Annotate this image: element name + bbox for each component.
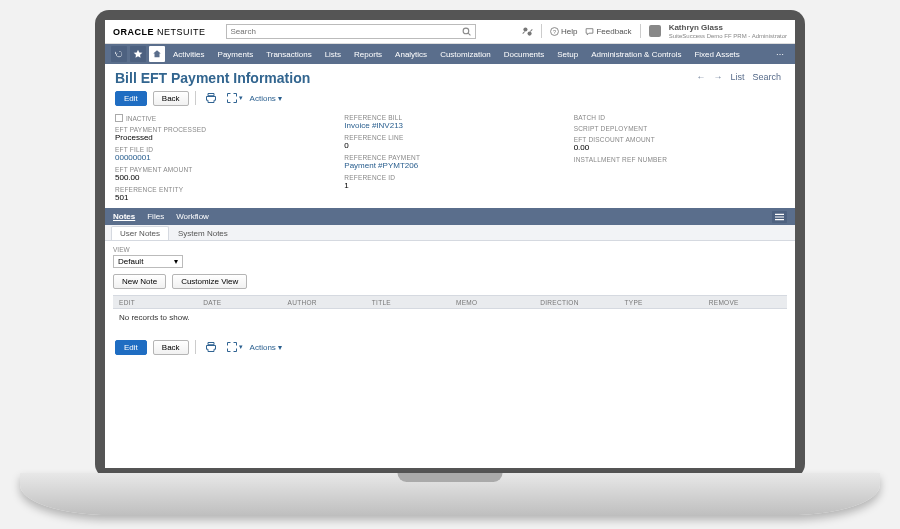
field-link[interactable]: Invoice #INV213	[344, 121, 555, 130]
field-label: EFT PAYMENT PROCESSED	[115, 126, 326, 133]
tab-files[interactable]: Files	[147, 212, 164, 221]
field-value: Processed	[115, 133, 326, 142]
field-value: 500.00	[115, 173, 326, 182]
svg-line-1	[468, 33, 470, 35]
nav-setup[interactable]: Setup	[552, 47, 583, 62]
field-label: EFT FILE ID	[115, 146, 326, 153]
search-icon[interactable]	[462, 27, 471, 36]
brand-bold: ORACLE	[113, 27, 154, 37]
field-label: REFERENCE PAYMENT	[344, 154, 555, 161]
col-remove[interactable]: REMOVE	[703, 299, 787, 306]
help-label: Help	[561, 27, 577, 36]
new-note-button[interactable]: New Note	[113, 274, 166, 289]
notes-empty: No records to show.	[113, 309, 787, 326]
tab-notes[interactable]: Notes	[113, 212, 135, 221]
customize-view-button[interactable]: Customize View	[172, 274, 247, 289]
search-input[interactable]	[231, 27, 462, 36]
user-name: Kathryn Glass	[669, 24, 787, 33]
expand-icon[interactable]: ▾	[226, 90, 244, 106]
svg-text:?: ?	[553, 29, 556, 35]
search-link[interactable]: Search	[752, 72, 781, 82]
subtab-user-notes[interactable]: User Notes	[111, 226, 169, 240]
divider	[541, 24, 542, 38]
fields-col-2: REFERENCE BILLInvoice #INV213 REFERENCE …	[344, 114, 555, 202]
tab-workflow[interactable]: Workflow	[176, 212, 209, 221]
view-select[interactable]: Default ▾	[113, 255, 183, 268]
actions-menu[interactable]: Actions ▾	[250, 94, 282, 103]
feedback-link[interactable]: Feedback	[585, 27, 631, 36]
nav-admin[interactable]: Administration & Controls	[586, 47, 686, 62]
col-date[interactable]: DATE	[197, 299, 281, 306]
user-info[interactable]: Kathryn Glass SuiteSuccess Demo FF PRM -…	[669, 24, 787, 39]
field-value: 1	[344, 181, 555, 190]
nav-reports[interactable]: Reports	[349, 47, 387, 62]
notes-table-head: EDIT DATE AUTHOR TITLE MEMO DIRECTION TY…	[113, 295, 787, 309]
divider	[640, 24, 641, 38]
field-link[interactable]: 00000001	[115, 153, 326, 162]
field-label: EFT DISCOUNT AMOUNT	[574, 136, 785, 143]
topbar: ORACLE NETSUITE ? Help	[105, 20, 795, 44]
favorite-icon[interactable]	[130, 46, 146, 62]
main-nav: Activities Payments Transactions Lists R…	[105, 44, 795, 64]
list-link[interactable]: List	[730, 72, 744, 82]
field-label: EFT PAYMENT AMOUNT	[115, 166, 326, 173]
nav-payments[interactable]: Payments	[213, 47, 259, 62]
global-search[interactable]	[226, 24, 476, 39]
back-button-footer[interactable]: Back	[153, 340, 189, 355]
chevron-down-icon: ▾	[174, 257, 178, 266]
notes-panel: VIEW Default ▾ New Note Customize View E…	[105, 241, 795, 331]
expand-icon-footer[interactable]: ▾	[226, 339, 244, 355]
field-label: INSTALLMENT REF NUMBER	[574, 156, 785, 163]
notes-subtabs: User Notes System Notes	[105, 225, 795, 241]
print-icon-footer[interactable]	[202, 339, 220, 355]
subtab-system-notes[interactable]: System Notes	[169, 226, 237, 240]
next-arrow-icon[interactable]: →	[713, 72, 722, 82]
col-title[interactable]: TITLE	[366, 299, 450, 306]
page-title: Bill EFT Payment Information	[115, 70, 785, 86]
record-fields: INACTIVE EFT PAYMENT PROCESSEDProcessed …	[105, 110, 795, 208]
nav-activities[interactable]: Activities	[168, 47, 210, 62]
field-label: REFERENCE BILL	[344, 114, 555, 121]
user-avatar-icon[interactable]	[649, 25, 661, 37]
divider	[195, 340, 196, 354]
col-edit[interactable]: EDIT	[113, 299, 197, 306]
field-value: 501	[115, 193, 326, 202]
divider	[195, 91, 196, 105]
edit-button-footer[interactable]: Edit	[115, 340, 147, 355]
field-value: 0	[344, 141, 555, 150]
edit-button[interactable]: Edit	[115, 91, 147, 106]
col-direction[interactable]: DIRECTION	[534, 299, 618, 306]
fields-col-3: BATCH ID SCRIPT DEPLOYMENT EFT DISCOUNT …	[574, 114, 785, 202]
footer-action-bar: Edit Back ▾ Actions ▾	[105, 331, 795, 363]
role-switch-icon[interactable]	[522, 26, 533, 37]
subrecord-tabs: Notes Files Workflow	[105, 208, 795, 225]
prev-arrow-icon[interactable]: ←	[696, 72, 705, 82]
nav-customization[interactable]: Customization	[435, 47, 496, 62]
field-label: REFERENCE ENTITY	[115, 186, 326, 193]
field-link[interactable]: Payment #PYMT206	[344, 161, 555, 170]
nav-transactions[interactable]: Transactions	[261, 47, 317, 62]
field-value: 0.00	[574, 143, 785, 152]
back-button[interactable]: Back	[153, 91, 189, 106]
nav-analytics[interactable]: Analytics	[390, 47, 432, 62]
nav-fixed-assets[interactable]: Fixed Assets	[689, 47, 744, 62]
print-icon[interactable]	[202, 90, 220, 106]
feedback-label: Feedback	[596, 27, 631, 36]
help-link[interactable]: ? Help	[550, 27, 577, 36]
history-icon[interactable]	[111, 46, 127, 62]
inactive-checkbox[interactable]: INACTIVE	[115, 114, 326, 122]
nav-more-icon[interactable]: ⋯	[771, 47, 789, 62]
home-icon[interactable]	[149, 46, 165, 62]
svg-point-2	[523, 27, 527, 31]
nav-documents[interactable]: Documents	[499, 47, 549, 62]
col-author[interactable]: AUTHOR	[282, 299, 366, 306]
nav-lists[interactable]: Lists	[320, 47, 346, 62]
brand-logo: ORACLE NETSUITE	[113, 27, 206, 37]
subtab-menu-icon[interactable]	[772, 211, 787, 223]
field-label: REFERENCE LINE	[344, 134, 555, 141]
brand-thin: NETSUITE	[157, 27, 206, 37]
page-header: Bill EFT Payment Information Edit Back ▾…	[105, 64, 795, 110]
col-type[interactable]: TYPE	[619, 299, 703, 306]
col-memo[interactable]: MEMO	[450, 299, 534, 306]
actions-menu-footer[interactable]: Actions ▾	[250, 343, 282, 352]
